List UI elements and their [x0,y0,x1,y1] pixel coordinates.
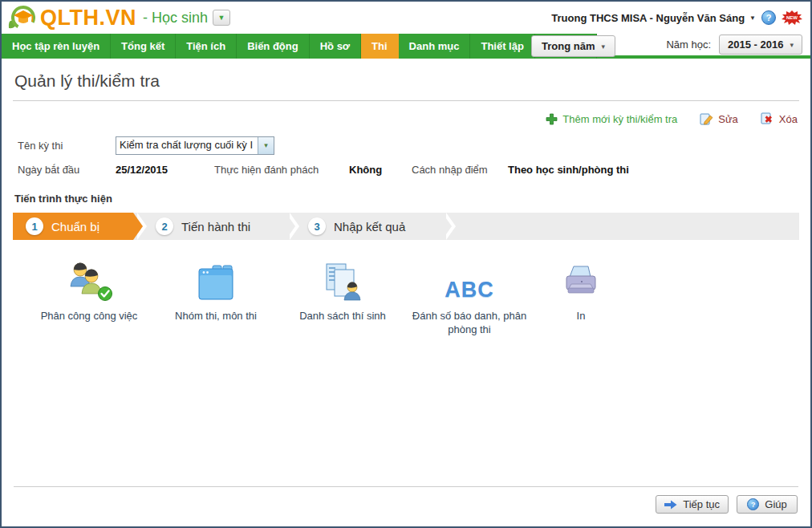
start-date-value: 25/12/2015 [116,164,214,176]
task-phan-cong-cong-viec[interactable]: Phân công công việc [26,258,152,336]
footer-buttons: Tiếp tục ? Giúp [656,495,798,514]
exam-group-icon [196,258,236,303]
tab-tien-ich[interactable]: Tiện ích [176,34,237,59]
question-glyph: ? [766,13,772,22]
edit-exam-label: Sửa [718,113,738,125]
start-date-label: Ngày bắt đầu [18,164,116,176]
progress-title: Tiến trình thực hiện [2,181,810,213]
step-label: Tiến hành thi [181,220,250,234]
task-danh-sach-thi-sinh[interactable]: Danh sách thí sinh [279,258,406,336]
school-year-zone: Năm học: 2015 - 2016 ▾ [666,34,802,55]
main-nav: Học tập rèn luyện Tổng kết Tiện ích Biến… [2,34,810,59]
chevron-down-icon: ▼ [749,14,756,22]
candidate-list-icon [322,258,363,303]
chevron-down-icon: ▼ [218,14,225,22]
task-nhom-thi-mon-thi[interactable]: Nhóm thi, môn thi [152,258,279,336]
page-title: Quản lý thi/kiểm tra [2,59,810,100]
user-menu[interactable]: Truong THCS MISA - Nguyễn Văn Sáng ▼ [551,12,756,24]
combo-arrow-icon: ▾ [258,137,274,154]
action-bar: Thêm mới kỳ thi/kiểm tra Sửa Xóa [2,101,810,132]
plus-icon [546,113,558,125]
tab-bien-dong[interactable]: Biến động [237,34,310,59]
step-nhap-ket-qua[interactable]: 3 Nhập kết quả [286,213,442,240]
task-danh-so-bao-danh[interactable]: ABC Đánh số báo danh, phân phòng thi [406,258,533,336]
task-in[interactable]: In [533,258,629,336]
app-window: QLTH.VN - Học sinh ▼ Truong THCS MISA - … [0,0,812,528]
help-button[interactable]: ? Giúp [737,495,798,514]
continue-label: Tiếp tục [683,498,720,510]
step-label: Chuẩn bị [51,220,99,234]
edit-icon [700,112,713,125]
header-right: Truong THCS MISA - Nguyễn Văn Sáng ▼ ? N… [551,10,802,26]
task-label: Danh sách thí sinh [299,309,386,323]
task-label: In [577,309,586,323]
score-entry-label: Cách nhập điểm [412,164,508,176]
school-year-label: Năm học: [666,39,711,51]
assign-work-icon [65,258,113,303]
step-number: 1 [26,217,43,235]
help-icon: ? [747,498,759,510]
chevron-down-icon: ▾ [790,41,794,49]
add-exam-button[interactable]: Thêm mới kỳ thi/kiểm tra [546,113,677,125]
header: QLTH.VN - Học sinh ▼ Truong THCS MISA - … [2,2,810,34]
step-label: Nhập kết quả [334,220,405,234]
logo-text: QLTH.VN [40,6,136,30]
task-label: Phân công công việc [41,309,138,323]
help-icon[interactable]: ? [761,10,776,25]
school-year-dropdown[interactable]: 2015 - 2016 ▾ [719,35,802,55]
whats-new-icon[interactable]: NEW [782,10,802,26]
exam-summary-form: Tên kỳ thi Kiểm tra chất lượng cuối kỳ I… [2,132,810,181]
app-section-dropdown[interactable]: ▼ [213,10,230,26]
nav-tabs: Học tập rèn luyện Tổng kết Tiện ích Biến… [2,34,597,59]
exam-name-label: Tên kỳ thi [18,140,116,152]
step-number: 3 [308,217,326,235]
tab-ho-so[interactable]: Hồ sơ [310,34,361,59]
tab-tong-ket[interactable]: Tổng kết [111,34,176,59]
tab-thi[interactable]: Thi [361,34,399,59]
continue-button[interactable]: Tiếp tục [656,495,729,514]
printer-icon [562,258,600,303]
step-number: 2 [156,217,173,235]
svg-text:NEW: NEW [786,15,798,20]
tab-thiet-lap[interactable]: Thiết lập [470,34,534,59]
delete-icon [761,112,774,125]
delete-exam-button[interactable]: Xóa [761,112,798,125]
task-label: Đánh số báo danh, phân phòng thi [409,309,530,336]
score-entry-value: Theo học sinh/phòng thi [508,164,629,176]
exam-name-select[interactable]: Kiểm tra chất lượng cuối kỳ I ▾ [116,136,274,155]
chevron-down-icon: ▾ [601,43,605,51]
logo[interactable]: QLTH.VN - Học sinh ▼ [8,3,230,32]
step-tien-hanh-thi[interactable]: 2 Tiến hành thi [133,213,286,240]
tab-hoc-tap-ren-luyen[interactable]: Học tập rèn luyện [2,34,111,59]
wizard-steps: 1 Chuẩn bị 2 Tiến hành thi 3 Nhập kết qu… [13,213,799,240]
tab-danh-muc[interactable]: Danh mục [399,34,471,59]
exam-name-value: Kiểm tra chất lượng cuối kỳ I [116,137,258,154]
abc-numbering-icon: ABC [445,258,494,303]
period-dropdown[interactable]: Trong năm ▾ [531,35,615,57]
anonymize-label: Thực hiện đánh phách [214,164,349,176]
task-label: Nhóm thi, môn thi [175,309,257,323]
app-section-label: - Học sinh [143,10,208,26]
help-label: Giúp [765,498,786,510]
footer-divider [14,486,798,487]
school-year-value: 2015 - 2016 [728,39,783,51]
delete-exam-label: Xóa [779,113,798,125]
qlth-logo-icon [8,3,37,32]
anonymize-value: Không [349,164,412,176]
user-name: Truong THCS MISA - Nguyễn Văn Sáng [551,12,745,24]
task-shortcuts: Phân công công việc Nhóm thi, môn thi [2,240,810,336]
steps-filler [442,213,799,240]
period-dropdown-label: Trong năm [542,40,595,52]
arrow-right-icon [664,500,677,510]
step-chuan-bi[interactable]: 1 Chuẩn bị [13,213,133,240]
edit-exam-button[interactable]: Sửa [700,112,738,125]
add-exam-label: Thêm mới kỳ thi/kiểm tra [562,113,677,125]
